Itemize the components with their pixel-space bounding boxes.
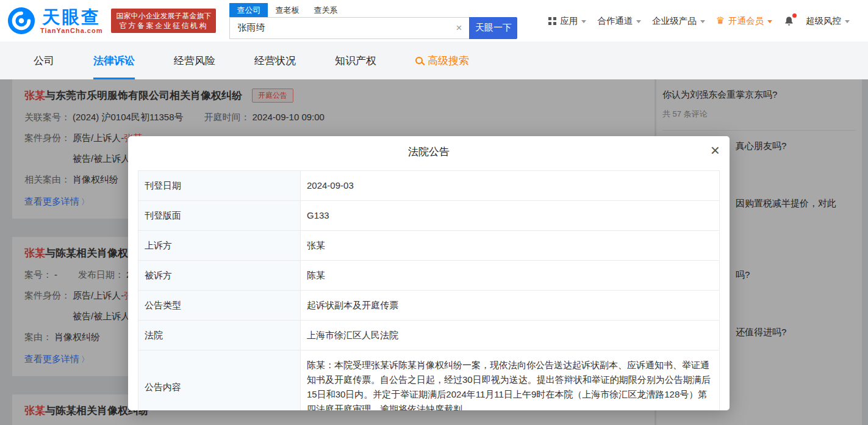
menu-enterprise-products[interactable]: 企业级产品 [652, 15, 705, 27]
menu-super-risk[interactable]: 超级风控 [806, 15, 850, 27]
page: 天眼查 TianYanCha.com 国家中小企业发展子基金旗下 官方备案企业征… [0, 0, 868, 425]
search-icon [415, 57, 423, 64]
certification-line1: 国家中小企业发展子基金旗下 [116, 11, 211, 21]
search-input[interactable] [230, 23, 448, 33]
notification-badge-dot [792, 13, 797, 18]
advanced-search-label: 高级搜索 [428, 54, 469, 68]
tab-search-relation[interactable]: 查关系 [306, 3, 345, 17]
logo-eye-icon [7, 7, 35, 35]
certification-line2: 官方备案企业征信机构 [116, 21, 211, 31]
row-value: 起诉状副本及开庭传票 [301, 291, 720, 321]
certification-badge: 国家中小企业发展子基金旗下 官方备案企业征信机构 [111, 9, 216, 33]
modal-title: 法院公告 [408, 145, 450, 159]
logo-title: 天眼查 [42, 8, 101, 26]
search-tabs: 查公司 查老板 查关系 [229, 3, 517, 17]
row-label: 刊登版面 [138, 201, 301, 231]
tab-search-company[interactable]: 查公司 [229, 3, 268, 17]
search-box: × [229, 17, 469, 39]
nav-item-operation-risk[interactable]: 经营风险 [174, 42, 215, 79]
tab-search-boss[interactable]: 查老板 [268, 3, 306, 17]
row-value: 上海市徐汇区人民法院 [301, 321, 720, 351]
header-menu: 应用 合作通道 企业级产品 ♛ 开通会员 [548, 15, 868, 27]
caret-down-icon [767, 20, 772, 23]
row-label: 公告类型 [138, 291, 301, 321]
modal-header: 法院公告 × [128, 136, 730, 167]
row-label: 被诉方 [138, 261, 301, 291]
row-label: 上诉方 [138, 231, 301, 261]
search-button[interactable]: 天眼一下 [469, 17, 517, 39]
menu-apps-label: 应用 [560, 15, 578, 27]
notice-table: 刊登日期 2024-09-03 刊登版面 G133 上诉方 张某 被诉方 陈某 … [138, 170, 720, 410]
top-header: 天眼查 TianYanCha.com 国家中小企业发展子基金旗下 官方备案企业征… [0, 0, 868, 42]
row-value: 陈某 [301, 261, 720, 291]
menu-cooperation[interactable]: 合作通道 [597, 15, 641, 27]
menu-vip-label: 开通会员 [728, 15, 764, 27]
row-label: 法院 [138, 321, 301, 351]
caret-down-icon [581, 20, 586, 23]
menu-enterprise-label: 企业级产品 [652, 15, 697, 27]
clear-search-icon[interactable]: × [449, 22, 470, 34]
nav-item-operation-status[interactable]: 经营状况 [254, 42, 296, 79]
menu-cooperation-label: 合作通道 [597, 15, 633, 27]
table-row: 刊登版面 G133 [138, 201, 720, 231]
caret-down-icon [700, 20, 705, 23]
menu-apps[interactable]: 应用 [548, 15, 586, 27]
nav-item-advanced-search[interactable]: 高级搜索 [415, 42, 469, 79]
notifications[interactable] [783, 15, 795, 27]
table-row: 法院 上海市徐汇区人民法院 [138, 321, 720, 351]
row-label: 刊登日期 [138, 171, 301, 201]
table-row: 刊登日期 2024-09-03 [138, 171, 720, 201]
nav-item-lawsuit[interactable]: 法律诉讼 [93, 42, 135, 79]
caret-down-icon [845, 20, 850, 23]
table-row: 公告内容 陈某：本院受理张某诉陈某肖像权纠纷一案，现依法向你公告送达起诉状副本、… [138, 351, 720, 411]
row-value: 陈某：本院受理张某诉陈某肖像权纠纷一案，现依法向你公告送达起诉状副本、应诉通知书… [301, 351, 720, 411]
row-value: 2024-09-03 [301, 171, 720, 201]
logo-domain: TianYanCha.com [40, 27, 102, 34]
caret-down-icon [636, 20, 641, 23]
table-row: 被诉方 陈某 [138, 261, 720, 291]
menu-vip[interactable]: ♛ 开通会员 [716, 15, 772, 27]
apps-grid-icon [548, 17, 556, 25]
row-value: G133 [301, 201, 720, 231]
row-label: 公告内容 [138, 351, 301, 411]
court-notice-modal: 法院公告 × 刊登日期 2024-09-03 刊登版面 G133 上诉方 张某 [128, 136, 730, 410]
crown-icon: ♛ [716, 16, 725, 26]
menu-super-risk-label: 超级风控 [806, 15, 841, 27]
nav-item-company[interactable]: 公司 [34, 42, 54, 79]
close-icon[interactable]: × [711, 142, 720, 159]
tianyancha-logo[interactable]: 天眼查 TianYanCha.com [7, 7, 102, 35]
table-row: 公告类型 起诉状副本及开庭传票 [138, 291, 720, 321]
row-value: 张某 [301, 231, 720, 261]
result-nav: 公司 法律诉讼 经营风险 经营状况 知识产权 高级搜索 [0, 42, 868, 79]
search-area: 查公司 查老板 查关系 × 天眼一下 [229, 3, 517, 39]
table-row: 上诉方 张某 [138, 231, 720, 261]
nav-item-intellectual-property[interactable]: 知识产权 [335, 42, 376, 79]
